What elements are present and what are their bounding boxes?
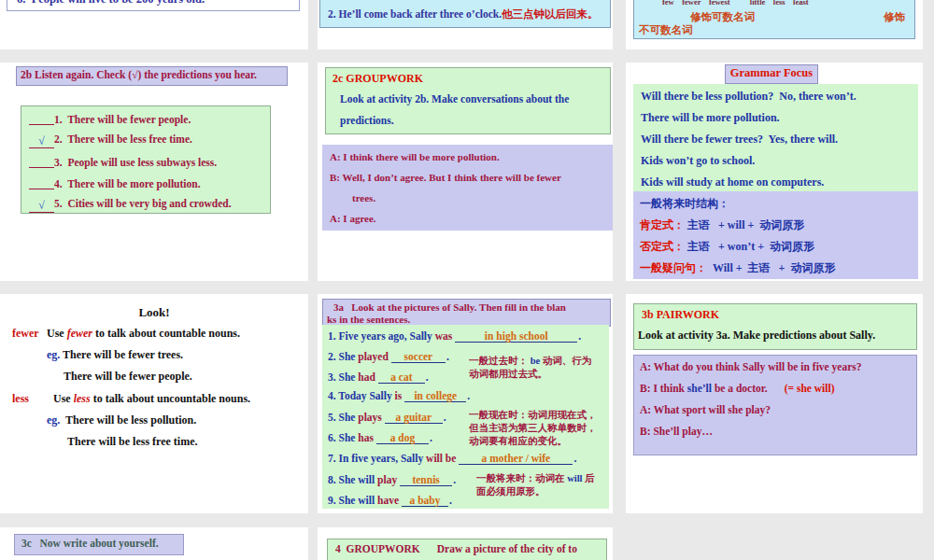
- slide-few-little[interactable]: few fewer fewest little less least 修饰可数名…: [626, 0, 923, 49]
- past-tense-note: 一般过去时： be 动词、行为动词都用过去式。: [469, 355, 591, 381]
- look-title: Look!: [0, 305, 308, 320]
- activity-3c-box: 3c Now write about yourself.: [14, 534, 184, 555]
- fill-item[interactable]: 7. In five years, Sally will bea mother …: [328, 453, 576, 465]
- example-line: eg. There will be less pollution.: [47, 413, 196, 427]
- example-line: eg. There will be fewer trees.: [47, 348, 183, 362]
- activity-2c-title: 2c GROUPWORK: [333, 72, 423, 86]
- fill-item[interactable]: 4. Today Sally isin college.: [328, 390, 470, 402]
- slide-predictions-6[interactable]: 6. People will live to be 200 years old.: [0, 0, 308, 49]
- example-line: There will be less free time.: [67, 435, 198, 449]
- predictions-checklist-box: 1. There will be fewer people. √2. There…: [21, 105, 271, 214]
- modifies-countable-label: 修饰可数名词: [690, 10, 755, 24]
- dialog-line: trees.: [352, 192, 375, 203]
- slide-2c-groupwork[interactable]: 2c GROUPWORK Look at activity 2b. Make c…: [318, 63, 613, 281]
- example-line: There will be fewer people.: [64, 370, 192, 384]
- slide-sorter-grid: 6. People will live to be 200 years old.…: [0, 0, 934, 560]
- less-rule-line: lessUse less to talk about uncountable n…: [12, 392, 250, 406]
- activity-3b-title: 3b PAIRWORK: [642, 308, 719, 322]
- grammar-line: Will there be fewer trees? Yes, there wi…: [641, 133, 838, 147]
- fewer-rule-line: fewerUse fewer to talk about countable n…: [12, 327, 240, 341]
- fill-item[interactable]: 8. She will playtennis.: [328, 474, 456, 486]
- groupwork-task-box: 2c GROUPWORK Look at activity 2b. Make c…: [325, 67, 611, 134]
- checklist-item[interactable]: 1. There will be fewer people.: [29, 112, 191, 125]
- fill-item[interactable]: 9. She will havea baby.: [328, 495, 452, 507]
- grammar-line: There will be more pollution.: [641, 111, 780, 125]
- pairwork-dialog-box: A: What do you think Sally will be in fi…: [633, 355, 917, 455]
- fill-item[interactable]: 5. She playsa guitar.: [328, 412, 446, 424]
- check-blank[interactable]: √: [29, 135, 54, 148]
- grammar-examples-box: Will there be less pollution? No, there …: [633, 84, 918, 191]
- fill-item[interactable]: 2. She playedsoccer.: [328, 351, 449, 363]
- checklist-item[interactable]: √2. There will be less free time.: [29, 133, 192, 148]
- dialog-line: B: Well, I don’t agree. But I think ther…: [330, 172, 561, 183]
- task-line: Look at activity 2b. Make conversations …: [340, 93, 569, 105]
- slide-will-example[interactable]: 2. He’ll come back after three o’clock.他…: [318, 0, 613, 49]
- check-blank[interactable]: √: [29, 200, 54, 213]
- answer-blank[interactable]: in college: [404, 390, 466, 402]
- answer-blank[interactable]: a baby: [402, 495, 448, 507]
- activity-2b-header-box: 2b Listen again. Check (√) the predictio…: [16, 66, 288, 86]
- comparative-forms-clipped: few fewer fewest little less least: [662, 0, 809, 7]
- activity-3a-header-box: 3a Look at the pictures of Sally. Then f…: [322, 299, 611, 327]
- slide-3b-pairwork[interactable]: 3b PAIRWORK Look at activity 3a. Make pr…: [626, 294, 923, 513]
- sentence-box: 6. People will live to be 200 years old.: [7, 0, 300, 11]
- checklist-item[interactable]: 3. People will use less subways less.: [29, 155, 217, 168]
- fill-item[interactable]: 6. She hasa dog.: [328, 432, 432, 444]
- fill-item[interactable]: 1. Five years ago, Sally wasin high scho…: [328, 330, 581, 343]
- dialog-line: A: I think there will be more pollution.: [330, 151, 500, 162]
- fill-blanks-box: 1. Five years ago, Sally wasin high scho…: [322, 325, 609, 509]
- dialog-line: B: She’ll play…: [640, 426, 713, 437]
- chinese-translation: 他三点钟以后回来。: [502, 8, 599, 20]
- task-line: Look at activity 3a. Make predictions ab…: [638, 329, 875, 343]
- grammar-line: Kids will study at home on computers.: [641, 175, 824, 189]
- grammar-line: Will there be less pollution? No, there …: [641, 90, 856, 104]
- slide-fewer-less-note[interactable]: Look! fewerUse fewer to talk about count…: [0, 294, 308, 513]
- prediction-sentence: 6. People will live to be 200 years old.: [17, 0, 205, 7]
- dialog-line: A: What sport will she play?: [640, 404, 771, 415]
- answer-blank[interactable]: soccer: [391, 351, 446, 363]
- grammar-line: Kids won’t go to school.: [641, 154, 755, 168]
- fill-item[interactable]: 3. She hada cat.: [328, 371, 429, 384]
- slide-3c-write[interactable]: 3c Now write about yourself.: [0, 527, 308, 560]
- modifies-label: 修饰: [884, 10, 905, 24]
- answer-blank[interactable]: a guitar: [385, 412, 443, 424]
- she-will-note: (= she will): [785, 383, 835, 394]
- check-blank[interactable]: [29, 155, 54, 168]
- structure-intro: 一般将来时结构：: [640, 196, 729, 212]
- answer-blank[interactable]: in high school: [455, 330, 577, 343]
- answer-blank[interactable]: tennis: [400, 474, 452, 486]
- activity-3a-header: ks in the sentences.: [327, 314, 410, 325]
- answer-blank[interactable]: a mother / wife: [459, 453, 573, 465]
- present-tense-note: 一般现在时：动词用现在式，但当主语为第三人称单数时，动词要有相应的变化。: [469, 409, 597, 448]
- grammar-focus-title-box: Grammar Focus: [725, 64, 818, 84]
- comparatives-box: few fewer fewest little less least 修饰可数名…: [633, 0, 915, 39]
- activity-3a-header: 3a Look at the pictures of Sally. Then f…: [333, 301, 566, 313]
- tense-structure-box: 一般将来时结构： 肯定式： 主语 + will + 动词原形 否定式： 主语 +…: [633, 191, 918, 279]
- dialog-line: A: What do you think Sally will be in fi…: [640, 361, 862, 372]
- pairwork-task-box: 3b PAIRWORK Look at activity 3a. Make pr…: [633, 303, 917, 350]
- slide-3a-fill-blanks[interactable]: 3a Look at the pictures of Sally. Then f…: [318, 294, 613, 513]
- dialog-line: B: I think she’ll be a doctor.(= she wil…: [640, 383, 834, 394]
- dialog-line: A: I agree.: [330, 213, 376, 224]
- answer-blank[interactable]: a dog: [376, 432, 429, 444]
- structure-row: 一般疑问句： Will + 主语 + 动词原形: [640, 260, 835, 276]
- checklist-item[interactable]: 4. There will be more pollution.: [29, 176, 201, 189]
- task-line: predictions.: [340, 115, 394, 126]
- future-tense-note: 一般将来时：动词在 will 后面必须用原形。: [476, 472, 595, 498]
- activity-4-label: 4 GROUPWORKDraw a picture of the city of…: [335, 543, 577, 554]
- structure-row: 否定式： 主语 + won’t + 动词原形: [640, 239, 814, 255]
- activity-2b-header: 2b Listen again. Check (√) the predictio…: [21, 69, 257, 80]
- check-blank[interactable]: [29, 176, 54, 189]
- activity-3c-label: 3c Now write about yourself.: [21, 538, 159, 549]
- answer-blank[interactable]: a cat: [378, 371, 425, 384]
- example-sentence: 2. He’ll come back after three o’clock.他…: [328, 7, 599, 21]
- example-dialog-box: A: I think there will be more pollution.…: [322, 145, 613, 231]
- slide-grammar-focus[interactable]: Grammar Focus Will there be less polluti…: [626, 63, 923, 281]
- uncountable-label: 不可数名词: [639, 23, 693, 37]
- slide-4-groupwork[interactable]: 4 GROUPWORKDraw a picture of the city of…: [318, 527, 613, 560]
- slide-2b-listening[interactable]: 2b Listen again. Check (√) the predictio…: [0, 63, 308, 281]
- checklist-item[interactable]: √5. Cities will be very big and crowded.: [29, 198, 232, 213]
- check-blank[interactable]: [29, 112, 54, 125]
- example-box: 2. He’ll come back after three o’clock.他…: [319, 0, 611, 28]
- grammar-focus-title: Grammar Focus: [726, 66, 817, 80]
